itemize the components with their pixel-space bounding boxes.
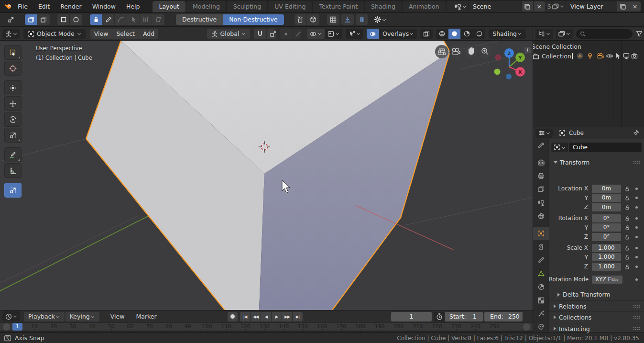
shading-wireframe-button[interactable] [436, 29, 448, 39]
frame-start-field[interactable]: Start:1 [445, 312, 483, 321]
record-button[interactable] [228, 312, 238, 321]
properties-tab-constraints[interactable] [533, 240, 549, 254]
pencil-button[interactable] [102, 14, 115, 25]
auto-snap-button[interactable] [341, 14, 354, 25]
outliner-row-collection[interactable]: Collection [533, 52, 644, 61]
properties-tab-object-data[interactable] [533, 267, 549, 280]
workspace-tab-animation[interactable]: Animation [403, 1, 446, 12]
proportional-falloff-button[interactable] [293, 29, 301, 39]
ovl-back-button[interactable] [37, 14, 50, 25]
shading-solid-button[interactable] [448, 29, 460, 39]
slant-button[interactable] [152, 14, 164, 25]
inset-button[interactable] [115, 14, 127, 25]
scene-unlink-button[interactable]: × [533, 1, 545, 11]
circle-button[interactable] [70, 14, 82, 25]
menu-view[interactable]: View [90, 29, 112, 39]
collection-label[interactable]: Collection [542, 53, 571, 60]
panel-grip[interactable] [633, 327, 640, 331]
view-layer-name[interactable]: View Layer [566, 3, 617, 10]
lock-icon[interactable] [624, 254, 630, 260]
play-button[interactable]: ▶ [272, 312, 282, 321]
destructive-button[interactable]: Destructive [176, 14, 223, 25]
value-field[interactable]: 1.000 [592, 263, 621, 271]
value-field[interactable]: 0m [592, 194, 621, 202]
tool-move[interactable] [4, 96, 22, 111]
lock-button[interactable] [90, 14, 102, 25]
playhead[interactable]: 1 [12, 323, 22, 331]
blender-logo-icon[interactable] [4, 2, 12, 10]
pin-icon[interactable] [632, 129, 640, 137]
workspace-tab-texture-paint[interactable]: Texture Paint [313, 1, 364, 12]
workspace-tab-sculpting[interactable]: Sculpting [227, 1, 267, 12]
ovl-front-button[interactable] [25, 14, 37, 25]
shading-material-button[interactable] [461, 29, 473, 39]
timeline-ruler[interactable]: 1020304050607080901001101201301401501601… [0, 322, 533, 331]
tool-box-select[interactable] [4, 45, 22, 60]
viewport-editor-type-button[interactable] [2, 29, 20, 39]
tool-transform[interactable] [4, 80, 22, 95]
animate-decorator[interactable] [635, 217, 638, 220]
scene-icon[interactable] [453, 1, 469, 11]
animate-decorator[interactable] [635, 247, 638, 249]
view-range-handle-left[interactable] [3, 323, 10, 331]
properties-tab-output[interactable] [533, 169, 549, 183]
value-field[interactable]: 1.000 [592, 253, 621, 261]
outliner-editor-type-button[interactable] [535, 29, 553, 39]
value-field[interactable]: 0m [592, 203, 621, 211]
timeline-editor-type-button[interactable] [2, 311, 20, 321]
overlays-label[interactable]: Overlays [380, 29, 417, 39]
properties-tab-material[interactable] [533, 280, 549, 294]
properties-tab-tool[interactable] [533, 139, 549, 153]
view-range-handle-right[interactable] [523, 323, 530, 331]
next-keyframe-button[interactable]: ▶▶ [282, 312, 292, 321]
panel-grip[interactable] [633, 315, 640, 319]
current-frame-field[interactable]: 1 [391, 312, 432, 321]
menu-select[interactable]: Select [112, 29, 139, 39]
scene-selector[interactable]: Scene × [453, 1, 545, 11]
navigation-gizmo[interactable]: Z Y X [494, 48, 525, 79]
properties-tab-object[interactable] [533, 227, 549, 240]
menu-render[interactable]: Render [55, 0, 87, 13]
panel-delta-transform[interactable]: Delta Transform [549, 289, 644, 300]
overlays-toggle-button[interactable] [367, 29, 379, 39]
3d-viewport[interactable]: Z Y X User Perspective (1) Collection | … [0, 41, 533, 310]
object-types-visibility-button[interactable] [325, 29, 342, 39]
lock-icon[interactable] [624, 195, 630, 201]
lock-icon[interactable] [624, 224, 630, 231]
view-layer-selector[interactable]: View Layer × [551, 1, 641, 11]
timeline-menu-marker[interactable]: Marker [131, 313, 161, 320]
menu-add[interactable]: Add [139, 29, 158, 39]
value-field[interactable]: 0m [592, 185, 621, 193]
animate-decorator[interactable] [635, 266, 638, 268]
toggle-visibility-eye[interactable] [605, 52, 614, 60]
gizmo-neg-x[interactable] [495, 55, 502, 61]
object-id-button[interactable] [551, 143, 568, 152]
scene-name[interactable]: Scene [469, 3, 521, 10]
properties-tab-view-layer[interactable] [533, 183, 549, 196]
animate-decorator[interactable] [635, 226, 638, 229]
view-layer-copy-button[interactable] [617, 1, 629, 11]
scene-copy-button[interactable] [521, 1, 533, 11]
timeline-menu-view[interactable]: View [106, 313, 129, 320]
animate-decorator[interactable] [635, 197, 638, 199]
panel-collections[interactable]: Collections [549, 311, 644, 322]
view-layer-remove-button[interactable]: × [629, 1, 641, 11]
lock-icon[interactable] [624, 204, 630, 210]
tool-measure[interactable] [4, 163, 22, 178]
value-field[interactable]: 0° [592, 233, 621, 241]
shading-rendered-button[interactable] [473, 29, 485, 39]
workspace-tab-uv-editing[interactable]: UV Editing [268, 1, 312, 12]
panel-grip[interactable] [633, 160, 640, 164]
tool-rotate[interactable] [4, 112, 22, 127]
workspace-tab-modeling[interactable]: Modeling [186, 1, 226, 12]
proportional-toggle-button[interactable] [280, 29, 292, 39]
cube-mini-button[interactable] [307, 14, 319, 25]
workspace-tab-shading[interactable]: Shading [365, 1, 402, 12]
prev-keyframe-button[interactable]: ◀◀ [251, 312, 261, 321]
properties-tab-particles[interactable] [533, 307, 549, 321]
rotation-mode-dropdown[interactable]: XYZ Eu.. [592, 276, 622, 284]
tool-annotate[interactable] [4, 147, 22, 162]
tool-cursor[interactable] [4, 61, 22, 76]
properties-editor-type-button[interactable] [535, 129, 553, 138]
outliner-search-input[interactable] [576, 29, 633, 39]
